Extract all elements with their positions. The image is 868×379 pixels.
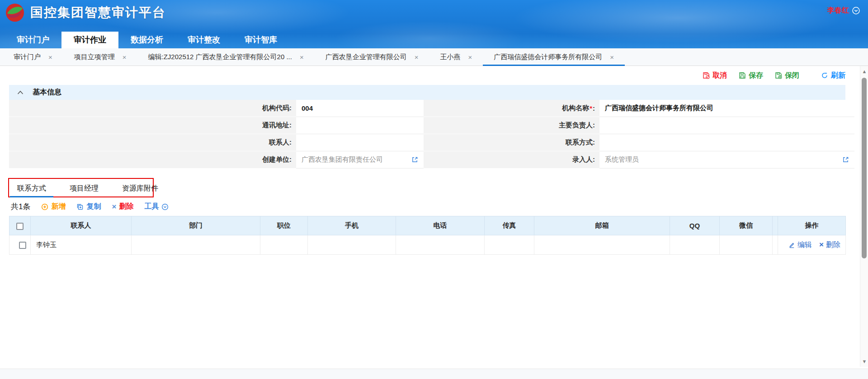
create-unit-value: 广西农垦集团有限责任公司	[302, 155, 383, 164]
scroll-up-arrow[interactable]: ▲	[860, 68, 868, 75]
cell-contact: 李钟玉	[31, 235, 132, 255]
cell-operations: 编辑 × 删除	[778, 235, 846, 255]
doc-tab-gx-ruixin-active[interactable]: 广西瑞信盛德会计师事务所有限公司 ×	[483, 48, 625, 66]
address-field[interactable]	[296, 117, 424, 134]
basic-info-section-header[interactable]: 基本信息	[9, 85, 845, 100]
principal-field[interactable]	[599, 117, 854, 134]
delete-button[interactable]: × 删除	[112, 202, 133, 211]
sub-tab-repository-attachments[interactable]: 资源库附件	[118, 179, 162, 197]
nav-item-audit-knowledge[interactable]: 审计智库	[232, 32, 289, 48]
doc-tab-label: 王小燕	[440, 53, 460, 61]
close-icon[interactable]: ×	[610, 53, 614, 61]
main-nav: 审计门户 审计作业 数据分析 审计整改 审计智库	[5, 32, 289, 48]
doc-tab-wangxiaoyan[interactable]: 王小燕 ×	[429, 48, 483, 66]
select-all-checkbox[interactable]	[16, 223, 24, 230]
collapse-chevron-icon	[17, 90, 24, 95]
nav-item-audit-rectify[interactable]: 审计整改	[175, 32, 232, 48]
org-name-value: 广西瑞信盛德会计师事务所有限公司	[605, 104, 713, 112]
contact-field[interactable]	[296, 134, 424, 151]
save-label: 保存	[749, 71, 763, 80]
row-edit-button[interactable]: 编辑	[788, 240, 812, 250]
close-icon[interactable]: ×	[468, 53, 472, 61]
contact-way-label: 联系方式:	[424, 134, 599, 151]
principal-label: 主要负责人:	[424, 117, 599, 134]
org-code-field[interactable]: 004	[296, 100, 424, 117]
row-delete-button[interactable]: × 删除	[819, 240, 840, 250]
col-email: 邮箱	[534, 216, 670, 235]
contact-way-field[interactable]	[599, 134, 854, 151]
cell-position	[260, 235, 308, 255]
copy-label: 复制	[86, 202, 101, 211]
refresh-button[interactable]: 刷新	[821, 71, 845, 80]
save-close-button[interactable]: 保闭	[775, 71, 799, 80]
copy-icon	[76, 203, 84, 211]
basic-info-form: 机构代码: 004 机构名称*: 广西瑞信盛德会计师事务所有限公司 通讯地址: …	[9, 100, 845, 168]
save-button[interactable]: 保存	[739, 71, 763, 80]
cancel-label: 取消	[712, 71, 727, 80]
row-checkbox[interactable]	[19, 242, 26, 249]
scrollbar-thumb[interactable]	[862, 78, 867, 258]
address-label: 通讯地址:	[9, 117, 296, 134]
add-label: 新增	[51, 202, 66, 211]
col-gap	[773, 216, 778, 235]
save-close-label: 保闭	[785, 71, 799, 80]
delete-label: 删除	[119, 202, 133, 211]
chevron-down-circle-icon	[852, 7, 860, 14]
user-menu[interactable]: 李春红	[827, 6, 860, 15]
close-icon[interactable]: ×	[48, 53, 52, 61]
copy-button[interactable]: 复制	[76, 202, 101, 211]
sub-tab-bar: 联系方式 项目经理 资源库附件	[9, 179, 845, 197]
refresh-label: 刷新	[831, 71, 845, 80]
add-circle-icon	[41, 203, 48, 211]
record-count: 共1条	[11, 201, 30, 212]
table-row[interactable]: 李钟玉	[9, 235, 846, 255]
org-name-field[interactable]: 广西瑞信盛德会计师事务所有限公司	[599, 100, 854, 117]
tools-dropdown[interactable]: 工具	[144, 202, 169, 211]
close-icon[interactable]: ×	[300, 53, 304, 61]
doc-tab-edit-zj202512[interactable]: 编辑:ZJ202512 广西农垦企业管理有限公司20 ... ×	[137, 48, 315, 66]
table-toolbar: 共1条 新增 复制 × 删除 工具	[9, 199, 845, 215]
nav-item-audit-work[interactable]: 审计作业	[61, 32, 118, 48]
nav-item-data-analysis[interactable]: 数据分析	[118, 32, 175, 48]
user-name: 李春红	[827, 6, 849, 15]
select-all-header	[9, 216, 31, 235]
doc-tab-label: 项目立项管理	[74, 53, 115, 61]
section-title: 基本信息	[33, 88, 61, 97]
close-icon[interactable]: ×	[415, 53, 419, 61]
cell-qq	[670, 235, 720, 255]
vertical-scrollbar[interactable]: ▲ ▼	[860, 66, 868, 367]
doc-tab-audit-portal[interactable]: 审计门户 ×	[3, 48, 63, 66]
col-contact: 联系人	[31, 216, 132, 235]
add-button[interactable]: 新增	[41, 202, 66, 211]
cell-email	[534, 235, 670, 255]
col-department: 部门	[132, 216, 260, 235]
action-bar: 取消 保存 保闭	[9, 68, 845, 83]
cancel-button[interactable]: 取消	[703, 71, 727, 80]
sub-tab-area: 联系方式 项目经理 资源库附件	[9, 179, 845, 197]
external-link-icon[interactable]	[842, 156, 849, 163]
contacts-table: 联系人 部门 职位 手机 电话 传真 邮箱 QQ 微信 操作 李钟玉	[9, 216, 846, 255]
row-edit-label: 编辑	[797, 240, 812, 250]
doc-tab-project-approval[interactable]: 项目立项管理 ×	[63, 48, 137, 66]
bottom-strip	[0, 369, 868, 379]
create-unit-label: 创建单位:	[9, 151, 296, 168]
col-phone: 电话	[396, 216, 485, 235]
brand: 国控集团智慧审计平台	[5, 3, 166, 22]
app-header: 国控集团智慧审计平台 李春红 审计门户 审计作业 数据分析 审计整改 审计智库	[0, 0, 868, 48]
doc-tab-gx-nongken[interactable]: 广西农垦企业管理有限公司 ×	[315, 48, 429, 66]
nav-item-audit-portal[interactable]: 审计门户	[5, 32, 61, 48]
sub-tab-project-manager[interactable]: 项目经理	[66, 179, 102, 197]
external-link-icon[interactable]	[411, 156, 418, 163]
col-operations: 操作	[778, 216, 846, 235]
doc-tab-label: 审计门户	[14, 53, 41, 61]
close-icon[interactable]: ×	[123, 53, 127, 61]
col-qq: QQ	[670, 216, 720, 235]
row-delete-label: 删除	[826, 240, 840, 250]
col-fax: 传真	[485, 216, 534, 235]
col-position: 职位	[260, 216, 308, 235]
scroll-down-arrow[interactable]: ▼	[860, 358, 868, 365]
company-logo-icon	[5, 3, 24, 22]
cell-fax	[485, 235, 534, 255]
sub-tab-contact-methods[interactable]: 联系方式	[14, 179, 50, 197]
entry-person-label: 录入人:	[424, 151, 599, 168]
